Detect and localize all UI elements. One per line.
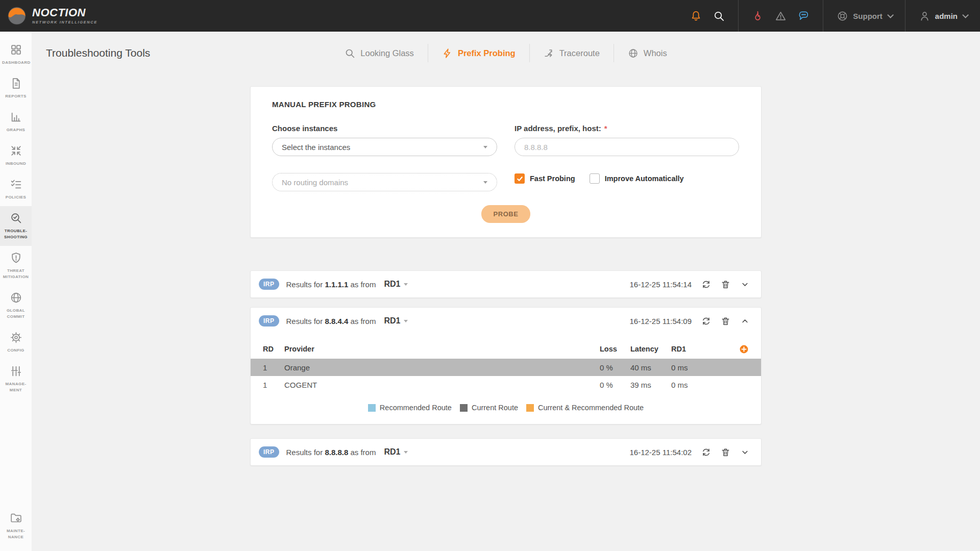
card-title: MANUAL PREFIX PROBING bbox=[272, 100, 740, 109]
bar-chart-icon bbox=[10, 111, 22, 123]
sidebar-item-label: POLICIES bbox=[6, 194, 27, 201]
trash-icon[interactable] bbox=[721, 447, 730, 457]
table-row[interactable]: 1 COGENT 0 % 39 ms 0 ms bbox=[251, 376, 761, 393]
chevron-down-icon[interactable] bbox=[740, 447, 750, 457]
sidebar-item-global-commit[interactable]: GLOBAL COMMIT bbox=[0, 286, 32, 325]
rd-selector[interactable]: RD1 bbox=[384, 280, 408, 289]
fast-probing-label[interactable]: Fast Probing bbox=[530, 174, 575, 183]
table-header-row: RD Provider Loss Latency RD1 bbox=[251, 339, 761, 359]
result-card-8-8-4-4: IRP Results for 8.8.4.4 as from RD1 16-1… bbox=[250, 307, 762, 424]
chevron-down-icon bbox=[404, 283, 408, 286]
topbar-divider bbox=[905, 0, 905, 32]
improve-automatically-label[interactable]: Improve Automatically bbox=[605, 174, 684, 183]
routing-domains-select[interactable]: No routing domains bbox=[272, 173, 497, 191]
instances-select-value: Select the instances bbox=[282, 143, 350, 152]
lifebuoy-icon bbox=[837, 10, 848, 22]
sidebar-item-maintenance[interactable]: MAINTE-NANCE bbox=[0, 506, 32, 546]
results-for-text: Results for bbox=[286, 280, 323, 289]
col-rd: RD bbox=[263, 345, 284, 353]
sidebar-item-config[interactable]: CONFIG bbox=[0, 325, 32, 359]
lightning-bolt-icon bbox=[442, 48, 453, 59]
sidebar-item-inbound[interactable]: INBOUND bbox=[0, 139, 32, 172]
tab-whois[interactable]: Whois bbox=[614, 48, 681, 59]
brand-text: NOCTION NETWORK INTELLIGENCE bbox=[32, 7, 97, 24]
globe-icon bbox=[628, 48, 639, 59]
col-loss: Loss bbox=[600, 345, 630, 353]
traceroute-fork-icon bbox=[544, 48, 554, 59]
support-menu[interactable]: Support bbox=[837, 10, 892, 22]
routing-domains-value: No routing domains bbox=[282, 178, 348, 187]
sidebar-item-dashboard[interactable]: DASHBOARD bbox=[0, 38, 32, 71]
notifications-bell-icon[interactable] bbox=[690, 10, 702, 22]
fast-probing-checkbox[interactable] bbox=[514, 173, 525, 184]
table-row[interactable]: 1 Orange 0 % 40 ms 0 ms bbox=[251, 359, 761, 376]
tab-looking-glass[interactable]: Looking Glass bbox=[331, 48, 428, 59]
refresh-icon[interactable] bbox=[701, 447, 711, 457]
legend-label: Current Route bbox=[472, 404, 518, 412]
trash-icon[interactable] bbox=[721, 280, 730, 289]
sidebar: DASHBOARD REPORTS GRAPHS INBOUND bbox=[0, 32, 32, 551]
tab-prefix-probing[interactable]: Prefix Probing bbox=[428, 48, 529, 59]
improve-automatically-checkbox[interactable] bbox=[590, 173, 600, 184]
alerts-warning-icon[interactable] bbox=[775, 10, 787, 22]
as-from-text: as from bbox=[350, 448, 376, 457]
sidebar-item-label: GLOBAL COMMIT bbox=[2, 308, 30, 320]
trash-icon[interactable] bbox=[721, 316, 730, 326]
globe-icon bbox=[10, 291, 22, 304]
sliders-icon bbox=[10, 365, 22, 378]
chevron-down-icon bbox=[483, 146, 487, 148]
user-icon bbox=[919, 10, 930, 22]
col-provider: Provider bbox=[284, 345, 600, 353]
chevron-down-icon bbox=[404, 451, 408, 454]
rd-selector[interactable]: RD1 bbox=[384, 447, 408, 457]
report-document-icon bbox=[10, 77, 22, 90]
legend-item-current: Current Route bbox=[460, 404, 518, 412]
rd-selector[interactable]: RD1 bbox=[384, 316, 408, 325]
inbound-arrows-icon bbox=[10, 144, 22, 157]
sidebar-item-label: TROUBLE-SHOOTING bbox=[2, 228, 30, 240]
cell-rd: 1 bbox=[263, 363, 284, 372]
sidebar-item-graphs[interactable]: GRAPHS bbox=[0, 105, 32, 139]
tab-traceroute[interactable]: Traceroute bbox=[530, 48, 614, 59]
sidebar-item-reports[interactable]: REPORTS bbox=[0, 71, 32, 105]
cell-rd1: 0 ms bbox=[671, 363, 725, 372]
sidebar-item-policies[interactable]: POLICIES bbox=[0, 172, 32, 206]
result-title: Results for 8.8.8.8 as from bbox=[286, 448, 376, 457]
chevron-down-icon bbox=[887, 12, 894, 18]
check-icon bbox=[517, 176, 523, 182]
results-for-text: Results for bbox=[286, 317, 323, 325]
cell-provider: Orange bbox=[284, 363, 600, 372]
sidebar-item-management[interactable]: MANAGE-MENT bbox=[0, 359, 32, 399]
sidebar-item-troubleshooting[interactable]: TROUBLE-SHOOTING bbox=[0, 206, 32, 246]
instances-select[interactable]: Select the instances bbox=[272, 138, 497, 156]
flame-status-icon[interactable] bbox=[752, 10, 764, 22]
refresh-icon[interactable] bbox=[701, 280, 711, 289]
result-timestamp: 16-12-25 11:54:09 bbox=[630, 317, 692, 325]
chevron-up-icon[interactable] bbox=[740, 316, 750, 326]
sidebar-item-label: GRAPHS bbox=[7, 127, 26, 133]
user-menu[interactable]: admin bbox=[919, 10, 967, 22]
result-card-8-8-8-8: IRP Results for 8.8.8.8 as from RD1 16-1… bbox=[250, 438, 762, 466]
ip-address-input[interactable] bbox=[514, 138, 739, 156]
tab-label: Whois bbox=[644, 48, 667, 58]
page-header: Troubleshooting Tools Looking Glass Pref… bbox=[32, 39, 980, 67]
add-column-plus-icon[interactable] bbox=[739, 344, 749, 354]
chevron-down-icon[interactable] bbox=[740, 280, 750, 289]
result-target: 8.8.8.8 bbox=[325, 448, 348, 457]
chevron-down-icon bbox=[404, 320, 408, 322]
search-icon[interactable] bbox=[713, 10, 725, 22]
legend-swatch-recommended bbox=[368, 404, 376, 412]
probe-button[interactable]: PROBE bbox=[481, 205, 530, 223]
cell-rd: 1 bbox=[263, 381, 284, 389]
cell-rd1: 0 ms bbox=[671, 381, 725, 389]
sidebar-item-threat-mitigation[interactable]: THREAT MITIGATION bbox=[0, 246, 32, 286]
result-timestamp: 16-12-25 11:54:14 bbox=[630, 280, 692, 289]
refresh-icon[interactable] bbox=[701, 316, 711, 326]
troubleshooting-magnifier-check-icon bbox=[10, 212, 22, 224]
sidebar-item-label: CONFIG bbox=[7, 347, 24, 354]
sidebar-item-label: MAINTE-NANCE bbox=[2, 528, 30, 540]
brand-logo[interactable]: NOCTION NETWORK INTELLIGENCE bbox=[7, 6, 97, 26]
result-timestamp: 16-12-25 11:54:02 bbox=[630, 448, 692, 457]
chat-feedback-icon[interactable] bbox=[798, 10, 810, 22]
irp-badge: IRP bbox=[259, 446, 279, 458]
